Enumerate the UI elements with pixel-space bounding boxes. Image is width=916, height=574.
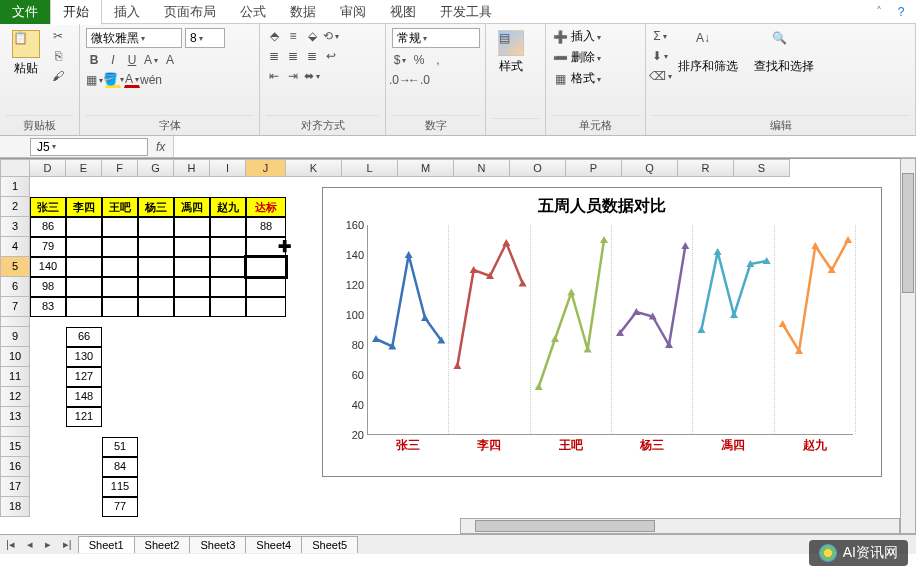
column-header[interactable]: O	[510, 159, 566, 177]
cell[interactable]	[246, 257, 286, 277]
comma-icon[interactable]: ,	[430, 52, 446, 68]
tab-formula[interactable]: 公式	[228, 0, 278, 24]
cell[interactable]	[174, 257, 210, 277]
cells-delete-button[interactable]: ➖删除	[552, 49, 601, 66]
sheet-tab[interactable]: Sheet4	[245, 536, 302, 553]
cell[interactable]	[66, 297, 102, 317]
sheet-nav-last-icon[interactable]: ▸|	[57, 538, 78, 551]
format-painter-icon[interactable]: 🖌	[50, 68, 66, 84]
cell[interactable]: 121	[66, 407, 102, 427]
sheet-nav-prev-icon[interactable]: ◂	[21, 538, 39, 551]
orientation-icon[interactable]: ⟲	[323, 28, 339, 44]
column-header[interactable]: D	[30, 159, 66, 177]
column-header[interactable]: R	[678, 159, 734, 177]
wrap-text-icon[interactable]: ↩	[323, 48, 339, 64]
copy-icon[interactable]: ⎘	[50, 48, 66, 64]
align-top-icon[interactable]: ⬘	[266, 28, 282, 44]
cell[interactable]: 79	[30, 237, 66, 257]
cell[interactable]	[174, 297, 210, 317]
row-header[interactable]	[0, 317, 30, 327]
cells-insert-button[interactable]: ➕插入	[552, 28, 601, 45]
shrink-font-icon[interactable]: A	[162, 52, 178, 68]
cell[interactable]	[138, 237, 174, 257]
font-size-combo[interactable]: 8	[185, 28, 225, 48]
cell[interactable]	[102, 217, 138, 237]
horizontal-scrollbar[interactable]	[460, 518, 900, 534]
cell[interactable]: 84	[102, 457, 138, 477]
number-format-combo[interactable]: 常规	[392, 28, 480, 48]
tab-dev[interactable]: 开发工具	[428, 0, 504, 24]
cut-icon[interactable]: ✂	[50, 28, 66, 44]
cell[interactable]	[210, 217, 246, 237]
cell[interactable]: 杨三	[138, 197, 174, 217]
formula-input[interactable]	[173, 136, 916, 157]
sheet-tab[interactable]: Sheet2	[134, 536, 191, 553]
border-icon[interactable]: ▦	[86, 72, 102, 88]
column-header[interactable]: H	[174, 159, 210, 177]
name-box[interactable]: J5	[30, 138, 148, 156]
tab-layout[interactable]: 页面布局	[152, 0, 228, 24]
percent-icon[interactable]: %	[411, 52, 427, 68]
cell[interactable]: 98	[30, 277, 66, 297]
cell[interactable]: 115	[102, 477, 138, 497]
cell[interactable]: 148	[66, 387, 102, 407]
select-all-corner[interactable]	[0, 159, 30, 177]
decrease-decimal-icon[interactable]: ←.0	[411, 72, 427, 88]
tab-file[interactable]: 文件	[0, 0, 50, 24]
cell[interactable]	[138, 257, 174, 277]
underline-icon[interactable]: U	[124, 52, 140, 68]
tab-view[interactable]: 视图	[378, 0, 428, 24]
decrease-indent-icon[interactable]: ⇤	[266, 68, 282, 84]
styles-button[interactable]: ▤ 样式	[492, 28, 530, 77]
cell[interactable]: 140	[30, 257, 66, 277]
tab-home[interactable]: 开始	[50, 0, 102, 25]
cell[interactable]: 130	[66, 347, 102, 367]
row-header[interactable]: 7	[0, 297, 30, 317]
tab-insert[interactable]: 插入	[102, 0, 152, 24]
row-header[interactable]: 16	[0, 457, 30, 477]
cell[interactable]: 77	[102, 497, 138, 517]
column-header[interactable]: E	[66, 159, 102, 177]
cell[interactable]: 127	[66, 367, 102, 387]
row-header[interactable]: 1	[0, 177, 30, 197]
column-header[interactable]: G	[138, 159, 174, 177]
cell[interactable]	[210, 277, 246, 297]
row-header[interactable]: 4	[0, 237, 30, 257]
row-header[interactable]: 3	[0, 217, 30, 237]
cell[interactable]	[138, 277, 174, 297]
cell[interactable]	[174, 217, 210, 237]
cell[interactable]	[66, 277, 102, 297]
merge-icon[interactable]: ⬌	[304, 68, 320, 84]
help-icon[interactable]: ?	[892, 3, 910, 21]
cell[interactable]	[174, 237, 210, 257]
column-header[interactable]: S	[734, 159, 790, 177]
column-header[interactable]: L	[342, 159, 398, 177]
fx-icon[interactable]: fx	[148, 140, 173, 154]
tab-review[interactable]: 审阅	[328, 0, 378, 24]
align-left-icon[interactable]: ≣	[266, 48, 282, 64]
clear-icon[interactable]: ⌫	[652, 68, 668, 84]
align-middle-icon[interactable]: ≡	[285, 28, 301, 44]
cell[interactable]: 王吧	[102, 197, 138, 217]
increase-decimal-icon[interactable]: .0→	[392, 72, 408, 88]
cell[interactable]: 83	[30, 297, 66, 317]
cell[interactable]: 88	[246, 217, 286, 237]
column-header[interactable]: F	[102, 159, 138, 177]
cell[interactable]: 51	[102, 437, 138, 457]
row-header[interactable]: 12	[0, 387, 30, 407]
sheet-tab[interactable]: Sheet5	[301, 536, 358, 553]
cell[interactable]	[102, 277, 138, 297]
cell[interactable]	[66, 217, 102, 237]
fill-color-icon[interactable]: 🪣	[105, 72, 121, 88]
fill-icon[interactable]: ⬇	[652, 48, 668, 64]
row-header[interactable]: 15	[0, 437, 30, 457]
column-header[interactable]: I	[210, 159, 246, 177]
cell[interactable]	[102, 237, 138, 257]
column-header[interactable]: K	[286, 159, 342, 177]
bold-icon[interactable]: B	[86, 52, 102, 68]
column-header[interactable]: J	[246, 159, 286, 177]
cell[interactable]: 馮四	[174, 197, 210, 217]
row-header[interactable]: 9	[0, 327, 30, 347]
cell[interactable]	[210, 297, 246, 317]
cell[interactable]	[210, 257, 246, 277]
